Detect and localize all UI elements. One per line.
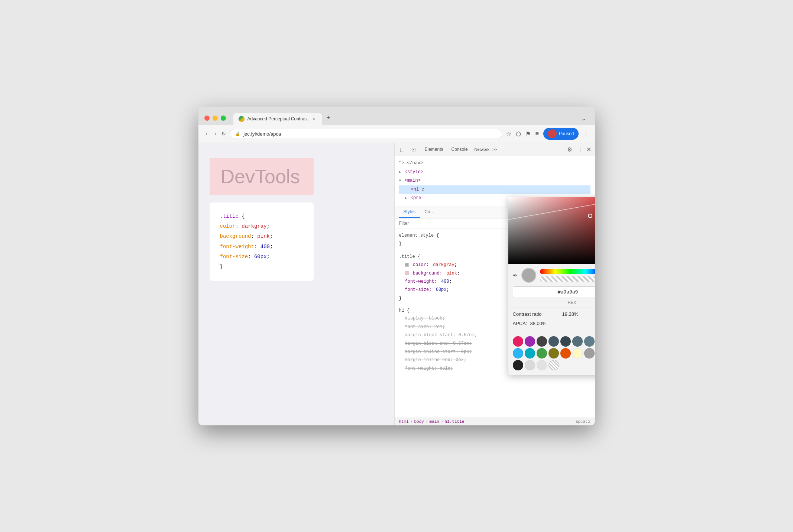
devtools-topbar: ⬚ ⊡ Elements Console Network >> ⚙ ⋮ ✕ bbox=[395, 143, 595, 156]
contrast-ratio-row: Contrast ratio 19.28% ⊘ ∧ bbox=[513, 311, 595, 317]
swatch-item[interactable] bbox=[560, 336, 571, 347]
bc-h1[interactable]: h1.title bbox=[445, 419, 465, 424]
bc-html[interactable]: html bbox=[399, 419, 409, 424]
apca-row: APCA: 38.00% ⊘ ↺ ✒ Aa bbox=[513, 319, 595, 327]
eyedropper-icon[interactable]: ✒ bbox=[513, 272, 518, 279]
picker-gradient[interactable] bbox=[508, 197, 595, 264]
swatch-item[interactable] bbox=[537, 348, 547, 359]
alpha-slider[interactable] bbox=[540, 276, 595, 282]
tabs-bar: Advanced Perceptual Contrast × + ⌄ bbox=[233, 111, 589, 125]
color-preview bbox=[521, 268, 536, 283]
swatches-grid: ⇕ bbox=[508, 333, 595, 375]
star-icon[interactable]: ☆ bbox=[506, 130, 511, 137]
close-button[interactable] bbox=[204, 116, 210, 121]
page-content: DevTools .title { color: darkgray; backg… bbox=[198, 143, 394, 425]
url-text: jec.fyi/demo/apca bbox=[243, 131, 281, 137]
puzzle-icon[interactable]: ⬡ bbox=[516, 130, 521, 137]
tab-styles[interactable]: Styles bbox=[399, 206, 420, 218]
swatch-item[interactable] bbox=[572, 336, 583, 347]
tab-network[interactable]: Network bbox=[472, 146, 492, 153]
tab-console[interactable]: Console bbox=[448, 145, 472, 153]
hex-value: #a9a9a9 bbox=[558, 289, 578, 295]
back-button[interactable]: ‹ bbox=[204, 130, 209, 138]
demo-title-box: DevTools bbox=[210, 158, 314, 195]
swatch-item[interactable] bbox=[584, 336, 595, 347]
contrast-ratio-label: Contrast ratio bbox=[513, 311, 542, 317]
browser-window: Advanced Perceptual Contrast × + ⌄ ‹ › ↻… bbox=[198, 107, 595, 425]
contrast-ratio-value: 19.28% bbox=[562, 311, 579, 317]
toolbar-actions: ☆ ⬡ ⚑ ≡ Paused ⋮ bbox=[506, 128, 589, 140]
tab-elements[interactable]: Elements bbox=[421, 145, 447, 153]
color-swatch-color[interactable] bbox=[405, 263, 409, 267]
swatch-item[interactable] bbox=[513, 348, 523, 359]
swatch-item[interactable] bbox=[548, 360, 559, 370]
code-line-3: background: pink; bbox=[220, 231, 303, 241]
picker-cursor bbox=[588, 214, 592, 218]
minimize-button[interactable] bbox=[213, 116, 218, 121]
apca-label: APCA: bbox=[513, 321, 527, 326]
code-line-6: } bbox=[220, 262, 303, 272]
menu-icon[interactable]: ≡ bbox=[535, 130, 538, 137]
swatch-item[interactable] bbox=[537, 360, 547, 370]
inspect-icon[interactable]: ⬚ bbox=[398, 146, 406, 153]
traffic-lights bbox=[204, 116, 226, 121]
swatch-item[interactable] bbox=[560, 348, 571, 359]
hue-alpha-sliders bbox=[540, 269, 595, 282]
swatch-item[interactable] bbox=[513, 336, 523, 347]
color-swatch-background[interactable] bbox=[405, 271, 409, 275]
new-tab-button[interactable]: + bbox=[322, 111, 335, 125]
settings-icon[interactable]: ⚙ bbox=[567, 146, 572, 153]
hex-input-wrap[interactable]: #a9a9a9 bbox=[513, 286, 595, 297]
apca-right-label: apca:1 bbox=[576, 419, 590, 424]
active-tab[interactable]: Advanced Perceptual Contrast × bbox=[233, 113, 322, 125]
avatar bbox=[548, 129, 557, 138]
device-icon[interactable]: ⊡ bbox=[410, 146, 417, 153]
code-box: .title { color: darkgray; background: pi… bbox=[210, 202, 314, 281]
devtools-tabs: Elements Console Network >> bbox=[421, 145, 563, 153]
swatch-item[interactable] bbox=[548, 336, 559, 347]
tab-extra-icon[interactable]: ⌄ bbox=[578, 112, 589, 125]
bc-body[interactable]: body bbox=[414, 419, 424, 424]
bc-main[interactable]: main bbox=[430, 419, 439, 424]
swatch-item[interactable] bbox=[513, 360, 523, 370]
code-line-1: .title { bbox=[220, 211, 303, 221]
devtools-panel: ⬚ ⊡ Elements Console Network >> ⚙ ⋮ ✕ ">… bbox=[394, 143, 595, 425]
breadcrumb-bar: html › body › main › h1.title apca:1 bbox=[395, 418, 595, 425]
address-bar[interactable]: 🔒 jec.fyi/demo/apca bbox=[230, 129, 502, 139]
apca-value: 38.00% bbox=[530, 321, 547, 326]
swatch-item[interactable] bbox=[548, 348, 559, 359]
tree-style-line: ▶ <style> bbox=[399, 168, 590, 177]
swatch-item[interactable] bbox=[525, 360, 535, 370]
maximize-button[interactable] bbox=[221, 116, 226, 121]
swatch-item[interactable] bbox=[525, 336, 535, 347]
tree-h1-line[interactable]: <h1 c bbox=[399, 185, 590, 194]
more-button[interactable]: ⋮ bbox=[583, 130, 589, 137]
paused-badge[interactable]: Paused bbox=[543, 128, 579, 140]
color-picker-popup: ✒ #a9a9a9 bbox=[508, 197, 595, 375]
tab-computed[interactable]: Co… bbox=[420, 206, 439, 218]
swatch-item[interactable] bbox=[584, 348, 595, 359]
tab-title: Advanced Perceptual Contrast bbox=[247, 116, 308, 121]
swatch-item[interactable] bbox=[525, 348, 535, 359]
content-area: DevTools .title { color: darkgray; backg… bbox=[198, 143, 595, 425]
more-options-icon[interactable]: ⋮ bbox=[577, 146, 583, 152]
devtools-close-icon[interactable]: ✕ bbox=[586, 146, 591, 153]
flag-icon[interactable]: ⚑ bbox=[525, 130, 531, 137]
title-bar: Advanced Perceptual Contrast × + ⌄ bbox=[198, 107, 595, 125]
tab-close-icon[interactable]: × bbox=[311, 116, 317, 122]
paused-label: Paused bbox=[559, 131, 574, 136]
swatch-item[interactable] bbox=[572, 348, 583, 359]
reload-button[interactable]: ↻ bbox=[221, 131, 226, 137]
tab-more[interactable]: >> bbox=[492, 147, 497, 152]
lock-icon: 🔒 bbox=[235, 132, 240, 136]
hue-slider[interactable] bbox=[540, 269, 595, 274]
forward-button[interactable]: › bbox=[213, 130, 218, 138]
tab-favicon bbox=[239, 116, 245, 122]
svg-line-0 bbox=[508, 197, 595, 220]
swatch-item[interactable] bbox=[537, 336, 547, 347]
tree-nav-line: ">…</nav> bbox=[399, 159, 590, 168]
hex-row: #a9a9a9 ▲ ▼ bbox=[508, 286, 595, 299]
code-line-5: font-size: 60px; bbox=[220, 252, 303, 262]
tree-main-line: ▼ <main> bbox=[399, 176, 590, 185]
code-selector: .title bbox=[220, 213, 239, 219]
